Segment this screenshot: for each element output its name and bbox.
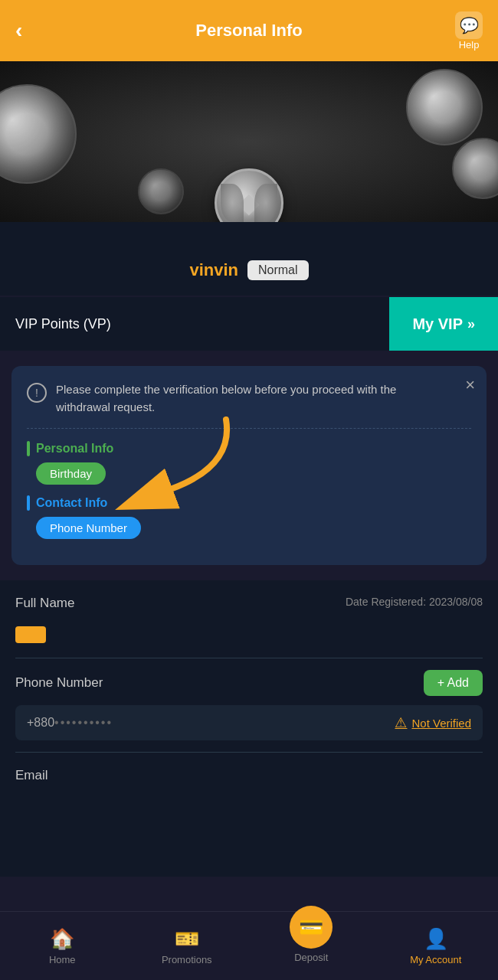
medal [207,161,291,222]
my-vip-button[interactable]: My VIP » [389,297,498,351]
divider-1 [15,658,483,658]
nav-promotions[interactable]: 🎫 Promotions [125,912,250,980]
rank-medal [215,168,283,222]
my-vip-label: My VIP [412,315,463,333]
page-title: Personal Info [195,21,302,41]
phone-input-row: +880•••••••••• ⚠ Not Verified [15,705,483,740]
phone-number-value: +880•••••••••• [27,716,113,730]
help-button[interactable]: 💬 Help [455,11,483,51]
user-section: vinvin Normal [0,222,498,296]
account-icon: 👤 [424,927,448,951]
laurel-left [221,184,244,222]
nav-account[interactable]: 👤 My Account [374,912,499,980]
not-verified-label: Not Verified [411,717,471,730]
personal-info-header: Personal Info [27,441,471,456]
add-phone-button[interactable]: + Add [424,670,483,696]
contact-info-section: Contact Info Phone Number [27,495,471,539]
email-row: Email [15,764,483,783]
date-registered-label: Date Registered: 2023/08/08 [346,596,483,608]
header: ‹ Personal Info 💬 Help [0,0,498,61]
deposit-icon: 💳 [290,906,333,949]
blue-bar [27,495,30,511]
nav-account-label: My Account [410,954,461,965]
banner [0,61,498,222]
promotions-icon: 🎫 [175,927,199,951]
green-bar [27,441,30,456]
chevrons-icon: » [467,316,475,332]
phone-number-tag[interactable]: Phone Number [36,517,141,539]
full-name-label: Full Name [15,596,74,611]
rank-badge: Normal [247,260,309,280]
personal-info-title: Personal Info [36,442,113,456]
vip-points-label: VIP Points (VP) [0,297,389,351]
nav-deposit-label: Deposit [294,952,328,963]
nav-deposit[interactable]: 💳 Deposit [249,900,374,969]
info-icon: ! [27,383,47,403]
help-label: Help [459,39,480,51]
back-button[interactable]: ‹ [15,18,22,43]
verification-card: × ! Please complete the verification bel… [11,366,487,565]
username: vinvin [189,260,238,280]
email-label: Email [15,768,48,783]
birthday-tag[interactable]: Birthday [36,462,106,485]
soccer-ball-4 [138,168,184,214]
contact-info-title: Contact Info [36,496,107,510]
home-icon: 🏠 [50,927,74,951]
bottom-nav: 🏠 Home 🎫 Promotions 💳 Deposit 👤 My Accou… [0,911,498,980]
not-verified-status[interactable]: ⚠ Not Verified [395,714,471,731]
nav-home[interactable]: 🏠 Home [0,912,125,980]
phone-number-row: Phone Number + Add [15,670,483,696]
verification-text: Please complete the verification below b… [56,381,471,416]
vip-row: VIP Points (VP) My VIP » [0,297,498,351]
personal-info-section: Personal Info Birthday [27,441,471,485]
divider-2 [15,752,483,753]
laurel-right [254,184,277,222]
full-name-value [15,626,46,643]
help-chat-icon: 💬 [455,11,483,39]
nav-home-label: Home [49,954,76,965]
warning-icon: ⚠ [395,714,407,731]
contact-info-header: Contact Info [27,495,471,511]
nav-promotions-label: Promotions [162,954,212,965]
phone-label: Phone Number [15,675,103,691]
content-section: Full Name Date Registered: 2023/08/08 Ph… [0,580,498,877]
verification-message: ! Please complete the verification below… [27,381,471,429]
close-button[interactable]: × [465,375,475,395]
soccer-ball-2 [406,69,483,145]
full-name-row: Full Name Date Registered: 2023/08/08 [15,596,483,611]
